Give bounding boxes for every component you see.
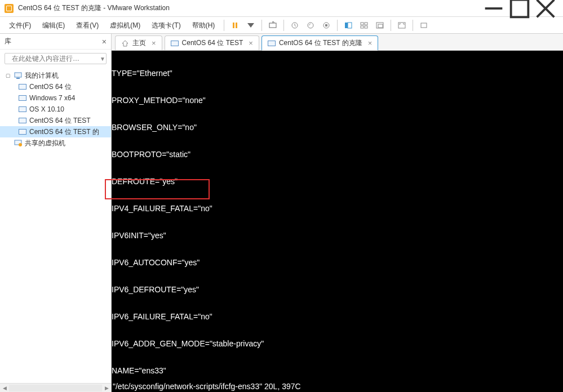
- sidebar-title: 库: [5, 37, 11, 46]
- svg-rect-19: [398, 23, 405, 28]
- tabbar: 主页 × CentOS 64 位 TEST × CentOS 64 位 TEST…: [112, 34, 563, 51]
- snapshot-icon[interactable]: [287, 19, 302, 32]
- terminal-line: DEFROUTE="yes": [112, 177, 563, 186]
- home-icon: [121, 39, 129, 47]
- separator: [391, 20, 391, 31]
- terminal-line: NAME="ens33": [112, 366, 563, 375]
- menu-vm[interactable]: 虚拟机(M): [104, 19, 146, 32]
- tab-label: CentOS 64 位 TEST 的克隆: [279, 38, 362, 48]
- scroll-right-icon[interactable]: ▶: [102, 385, 111, 391]
- terminal-line: IPV6_FAILURE_FATAL="no": [112, 312, 563, 321]
- scroll-track[interactable]: [9, 385, 102, 391]
- svg-rect-24: [16, 78, 20, 79]
- tree-label: CentOS 64 位 TEST 的: [29, 127, 99, 137]
- svg-rect-6: [269, 23, 276, 28]
- tree-label: OS X 10.10: [29, 105, 64, 113]
- tab-label: CentOS 64 位 TEST: [182, 38, 243, 48]
- vm-icon: [171, 39, 179, 47]
- tree-root-my-computer[interactable]: ▢ 我的计算机: [0, 70, 111, 81]
- fullscreen-icon[interactable]: [394, 19, 409, 32]
- menu-file[interactable]: 文件(F): [3, 19, 37, 32]
- titlebar: CentOS 64 位 TEST 的克隆 - VMware Workstatio…: [0, 0, 563, 17]
- tab-close-icon[interactable]: ×: [152, 39, 156, 47]
- sidebar-close-icon[interactable]: ×: [102, 37, 107, 46]
- snapshot-manage-icon[interactable]: [319, 19, 334, 32]
- tab-vm-test-clone[interactable]: CentOS 64 位 TEST 的克隆 ×: [261, 35, 378, 50]
- vm-console-terminal[interactable]: TYPE="Ethernet" PROXY_METHOD="none" BROW…: [112, 51, 563, 392]
- library-tree: ▢ 我的计算机 CentOS 64 位 Windows 7 x64 OS X 1…: [0, 68, 111, 383]
- scroll-left-icon[interactable]: ◀: [0, 385, 9, 391]
- svg-rect-1: [511, 0, 529, 17]
- svg-rect-14: [365, 23, 367, 25]
- tree-root-shared[interactable]: 共享的虚拟机: [0, 137, 111, 149]
- tab-home[interactable]: 主页 ×: [115, 35, 162, 50]
- sidebar-header: 库 ×: [0, 34, 111, 50]
- computer-icon: [14, 71, 23, 80]
- search-box[interactable]: ▼: [5, 53, 107, 64]
- svg-rect-15: [361, 26, 363, 28]
- terminal-line: BROWSER_ONLY="no": [112, 123, 563, 132]
- collapse-icon[interactable]: ▢: [5, 73, 11, 78]
- menubar: 文件(F) 编辑(E) 查看(V) 虚拟机(M) 选项卡(T) 帮助(H): [0, 17, 563, 34]
- shared-icon: [14, 139, 23, 148]
- svg-point-8: [308, 23, 313, 28]
- sidebar: 库 × ▼ ▢ 我的计算机 CentOS 64 位 Windows 7 x64: [0, 34, 112, 392]
- view-console-icon[interactable]: [341, 19, 356, 32]
- separator: [413, 20, 413, 31]
- stretch-icon[interactable]: [416, 19, 431, 32]
- separator: [337, 20, 338, 31]
- terminal-line: IPV6_AUTOCONF="yes": [112, 258, 563, 267]
- workspace: 库 × ▼ ▢ 我的计算机 CentOS 64 位 Windows 7 x64: [0, 34, 563, 392]
- svg-rect-18: [378, 24, 383, 28]
- vm-icon: [18, 93, 27, 103]
- tab-close-icon[interactable]: ×: [368, 39, 373, 47]
- vm-icon: [268, 39, 276, 47]
- view-thumbnail-icon[interactable]: [357, 19, 371, 32]
- app-icon: [5, 4, 14, 13]
- vm-icon: [18, 127, 27, 136]
- svg-rect-10: [325, 24, 327, 26]
- terminal-line: IPV6INIT="yes": [112, 231, 563, 240]
- search-dropdown-icon[interactable]: ▼: [100, 56, 105, 62]
- pause-button[interactable]: [228, 19, 242, 32]
- separator: [224, 20, 224, 31]
- tree-vm-item[interactable]: CentOS 64 位 TEST: [0, 115, 111, 126]
- svg-rect-12: [348, 23, 352, 28]
- tab-vm-test[interactable]: CentOS 64 位 TEST ×: [165, 35, 259, 50]
- svg-rect-20: [421, 23, 427, 28]
- snapshot-revert-icon[interactable]: [303, 19, 318, 32]
- svg-point-26: [19, 143, 22, 146]
- send-ctrl-alt-del-icon[interactable]: [265, 19, 280, 32]
- tree-vm-item[interactable]: Windows 7 x64: [0, 92, 111, 104]
- menu-edit[interactable]: 编辑(E): [37, 19, 70, 32]
- search-row: ▼: [0, 50, 111, 68]
- window-controls: [481, 0, 558, 17]
- svg-rect-23: [15, 73, 21, 77]
- tree-vm-item-selected[interactable]: CentOS 64 位 TEST 的: [0, 126, 111, 137]
- dropdown-icon[interactable]: [243, 19, 258, 32]
- search-input[interactable]: [12, 55, 96, 63]
- vim-status-line: "/etc/sysconfig/network-scripts/ifcfg-en…: [112, 382, 563, 392]
- terminal-line: IPV4_FAILURE_FATAL="no": [112, 204, 563, 213]
- window-title: CentOS 64 位 TEST 的克隆 - VMware Workstatio…: [18, 3, 481, 13]
- close-button[interactable]: [533, 0, 558, 17]
- vm-icon: [18, 82, 27, 91]
- svg-rect-13: [361, 23, 363, 25]
- tree-vm-item[interactable]: CentOS 64 位: [0, 81, 111, 92]
- vm-icon: [18, 116, 27, 125]
- tree-label: 我的计算机: [25, 71, 59, 81]
- separator: [283, 20, 284, 31]
- minimize-button[interactable]: [481, 0, 507, 17]
- svg-rect-16: [365, 26, 367, 28]
- tree-label: CentOS 64 位 TEST: [29, 116, 91, 126]
- tree-vm-item[interactable]: OS X 10.10: [0, 104, 111, 115]
- tab-close-icon[interactable]: ×: [249, 39, 253, 47]
- menu-help[interactable]: 帮助(H): [187, 19, 221, 32]
- menu-tabs[interactable]: 选项卡(T): [146, 19, 186, 32]
- terminal-line: TYPE="Ethernet": [112, 69, 563, 78]
- menu-view[interactable]: 查看(V): [70, 19, 104, 32]
- view-unity-icon[interactable]: [373, 19, 387, 32]
- maximize-button[interactable]: [507, 0, 533, 17]
- sidebar-hscroll[interactable]: ◀ ▶: [0, 383, 111, 392]
- terminal-line: IPV6_DEFROUTE="yes": [112, 285, 563, 294]
